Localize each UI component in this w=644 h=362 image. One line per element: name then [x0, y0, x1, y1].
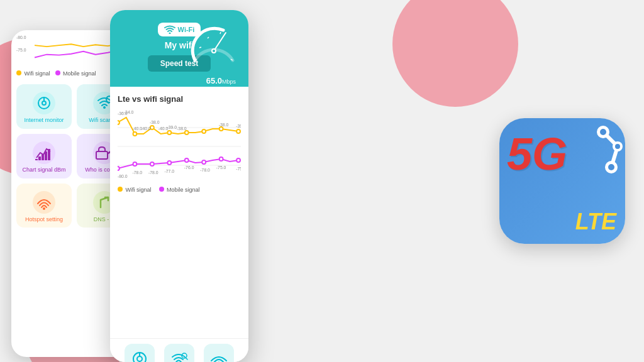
internet-monitor-label: Internet monitor — [24, 117, 64, 124]
wifi-icon — [164, 25, 175, 34]
svg-point-52 — [236, 158, 240, 162]
svg-point-33 — [219, 127, 223, 131]
phone-main-content: Lte vs wifi signal — [110, 87, 248, 338]
svg-rect-12 — [48, 149, 50, 160]
svg-point-73 — [600, 129, 606, 135]
svg-text:-75.0: -75.0 — [236, 167, 241, 171]
phone-center: Wi-Fi My wifi Speed test — [110, 10, 248, 362]
svg-text:-39.0: -39.0 — [236, 124, 241, 128]
svg-point-27 — [118, 121, 119, 124]
svg-rect-8 — [35, 159, 38, 160]
app-icon-5g: 5G LTE — [499, 118, 625, 244]
svg-line-66 — [186, 358, 187, 359]
bottom-internet-icon[interactable] — [125, 344, 155, 362]
svg-rect-9 — [38, 156, 41, 160]
lte-chart-legend: Wifi signal Mobile signal — [118, 187, 241, 193]
svg-point-15 — [169, 33, 170, 35]
svg-line-21 — [214, 33, 226, 51]
svg-point-23 — [213, 50, 215, 52]
svg-text:-75.0: -75.0 — [216, 165, 226, 170]
svg-text:-76.0: -76.0 — [184, 165, 194, 170]
phone-header: Wi-Fi My wifi Speed test — [110, 10, 248, 87]
svg-text:-40.0: -40.0 — [141, 126, 151, 131]
svg-point-32 — [202, 129, 206, 133]
lte-label: LTE — [575, 209, 616, 235]
svg-rect-10 — [42, 154, 44, 160]
bg-shape-2 — [392, 0, 518, 107]
hotspot-tile[interactable]: Hotspot setting — [16, 184, 72, 228]
svg-text:-80.0: -80.0 — [118, 174, 128, 178]
phone-bottom-bar — [110, 338, 248, 362]
svg-point-46 — [133, 162, 137, 166]
speed-value: 65.0Mbps — [206, 76, 236, 85]
svg-point-74 — [615, 144, 620, 149]
svg-text:-39.0: -39.0 — [167, 125, 177, 129]
svg-line-17 — [199, 47, 201, 48]
speedometer: 65.0Mbps — [186, 16, 242, 73]
svg-rect-13 — [96, 151, 108, 159]
svg-line-18 — [208, 37, 209, 38]
hotspot-icon — [35, 195, 53, 210]
svg-text:-77.0: -77.0 — [164, 169, 174, 173]
lte-section-title: Lte vs wifi signal — [118, 94, 241, 104]
svg-text:-38.0: -38.0 — [219, 123, 229, 127]
svg-text:-38.0: -38.0 — [150, 120, 160, 124]
app-icon-inner: 5G LTE — [499, 118, 625, 244]
svg-text:-80.0: -80.0 — [16, 35, 26, 40]
svg-point-50 — [202, 160, 206, 164]
svg-point-75 — [608, 164, 614, 170]
svg-point-45 — [118, 167, 119, 170]
svg-point-30 — [167, 131, 171, 134]
internet-monitor-tile[interactable]: Internet monitor — [16, 84, 72, 129]
svg-text:-38.0: -38.0 — [177, 126, 187, 131]
hotspot-label: Hotspot setting — [25, 216, 63, 223]
svg-line-19 — [220, 32, 221, 34]
connector-icon — [543, 118, 625, 200]
svg-point-5 — [103, 106, 106, 109]
bottom-signal-icon[interactable] — [204, 344, 234, 362]
chart-signal-tile[interactable]: Chart signal dBm — [16, 134, 72, 178]
bottom-wifi-scan-icon[interactable] — [164, 344, 194, 362]
internet-monitor-icon — [36, 96, 52, 111]
svg-point-3 — [42, 101, 46, 105]
svg-text:-75.0: -75.0 — [16, 48, 26, 52]
svg-point-49 — [185, 158, 189, 162]
svg-point-47 — [150, 162, 154, 166]
svg-text:-34.0: -34.0 — [124, 110, 134, 114]
svg-rect-11 — [45, 151, 47, 160]
svg-point-28 — [133, 132, 137, 136]
svg-text:-78.0: -78.0 — [133, 170, 143, 175]
chart-signal-label: Chart signal dBm — [22, 167, 65, 173]
svg-point-48 — [167, 161, 171, 165]
svg-text:-78.0: -78.0 — [148, 170, 158, 175]
svg-point-14 — [43, 207, 45, 210]
svg-point-34 — [236, 129, 240, 133]
svg-text:-78.0: -78.0 — [200, 168, 210, 172]
svg-point-62 — [137, 356, 142, 361]
chart-signal-icon — [35, 145, 53, 160]
svg-point-31 — [185, 131, 189, 134]
svg-point-51 — [219, 157, 223, 161]
lte-chart: -36.0 -34.0 -40.0 -40.0 -38.0 -40.0 -39.… — [118, 109, 241, 184]
